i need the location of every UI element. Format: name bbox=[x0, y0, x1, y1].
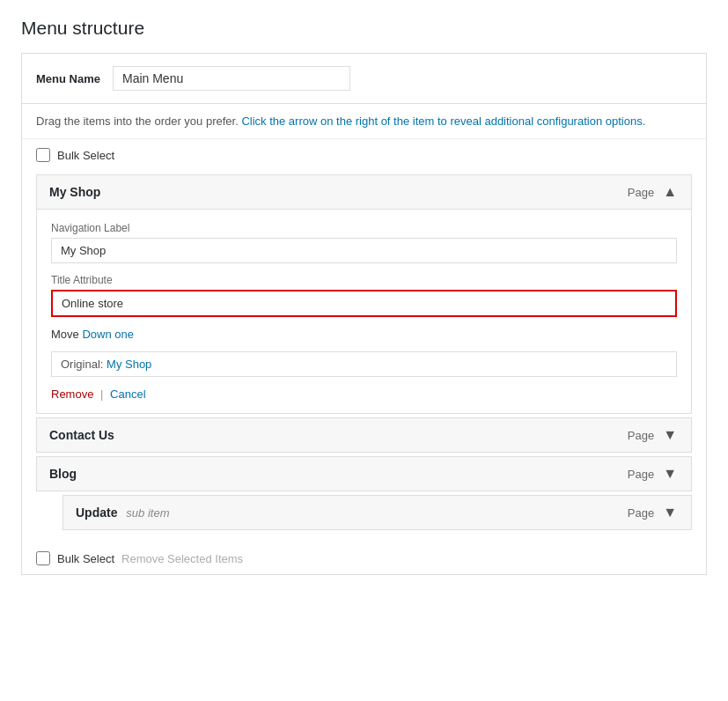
original-link[interactable]: My Shop bbox=[107, 358, 151, 371]
menu-item-contact-us-header[interactable]: Contact Us Page ▼ bbox=[37, 418, 691, 452]
arrow-down-icon-blog: ▼ bbox=[663, 466, 677, 481]
instructions: Drag the items into the order you prefer… bbox=[22, 104, 706, 139]
title-attr-group: Title Attribute bbox=[51, 274, 677, 317]
my-shop-right: Page ▲ bbox=[628, 184, 679, 200]
nav-label-label: Navigation Label bbox=[51, 222, 677, 234]
my-shop-body: Navigation Label Title Attribute Move Do… bbox=[37, 209, 691, 413]
contact-us-toggle-arrow[interactable]: ▼ bbox=[661, 427, 679, 443]
cancel-link[interactable]: Cancel bbox=[110, 387, 145, 401]
menu-items-area: My Shop Page ▲ Navigation Label bbox=[22, 174, 706, 530]
arrow-up-icon: ▲ bbox=[663, 184, 677, 199]
arrow-down-icon: ▼ bbox=[663, 427, 677, 442]
my-shop-toggle-arrow[interactable]: ▲ bbox=[661, 184, 679, 200]
menu-item-blog-header[interactable]: Blog Page ▼ bbox=[37, 457, 691, 491]
remove-selected-items-button[interactable]: Remove Selected Items bbox=[121, 552, 243, 565]
sub-label: sub item bbox=[126, 506, 169, 520]
menu-name-row: Menu Name bbox=[22, 54, 706, 104]
my-shop-title: My Shop bbox=[49, 185, 100, 199]
contact-us-type: Page bbox=[628, 429, 654, 442]
menu-structure-box: Menu Name Drag the items into the order … bbox=[21, 53, 707, 575]
title-attr-input[interactable] bbox=[51, 290, 677, 317]
menu-item-sub-update: Update sub item Page ▼ bbox=[63, 495, 692, 530]
top-bulk-select-row: Bulk Select bbox=[22, 139, 706, 174]
contact-us-right: Page ▼ bbox=[628, 427, 679, 443]
sub-update-title-text: Update bbox=[76, 505, 117, 520]
my-shop-type: Page bbox=[628, 186, 654, 199]
nav-label-input[interactable] bbox=[51, 238, 677, 263]
menu-item-blog: Blog Page ▼ bbox=[36, 456, 692, 491]
page-title: Menu structure bbox=[21, 18, 707, 39]
blog-title: Blog bbox=[49, 467, 77, 481]
action-links: Remove | Cancel bbox=[51, 387, 677, 401]
bottom-bulk-select-label: Bulk Select bbox=[57, 552, 114, 565]
menu-name-label: Menu Name bbox=[36, 72, 100, 85]
separator: | bbox=[100, 387, 103, 401]
bottom-bulk-select-checkbox[interactable] bbox=[36, 551, 50, 565]
menu-item-my-shop-header[interactable]: My Shop Page ▲ bbox=[37, 175, 691, 209]
sub-update-title: Update sub item bbox=[76, 505, 169, 520]
arrow-down-icon-sub: ▼ bbox=[663, 505, 677, 520]
blog-type: Page bbox=[628, 468, 654, 481]
blog-toggle-arrow[interactable]: ▼ bbox=[661, 466, 679, 482]
contact-us-title: Contact Us bbox=[49, 428, 114, 442]
top-bulk-select-label: Bulk Select bbox=[57, 149, 114, 162]
nav-label-group: Navigation Label bbox=[51, 222, 677, 263]
move-label: Move bbox=[51, 328, 79, 341]
instructions-highlight: Click the arrow on the right of the item… bbox=[241, 114, 645, 128]
menu-name-input[interactable] bbox=[113, 66, 350, 91]
original-label: Original: bbox=[61, 358, 103, 371]
top-bulk-select-checkbox[interactable] bbox=[36, 148, 50, 162]
bottom-bulk-row: Bulk Select Remove Selected Items bbox=[22, 537, 706, 574]
title-attr-label: Title Attribute bbox=[51, 274, 677, 286]
sub-update-type: Page bbox=[628, 506, 654, 520]
remove-link[interactable]: Remove bbox=[51, 387, 93, 401]
menu-item-contact-us: Contact Us Page ▼ bbox=[36, 417, 692, 453]
blog-right: Page ▼ bbox=[628, 466, 679, 482]
original-row: Original: My Shop bbox=[51, 351, 677, 377]
move-down-one-link[interactable]: Down one bbox=[82, 328, 134, 341]
sub-update-toggle-arrow[interactable]: ▼ bbox=[661, 505, 679, 520]
menu-item-my-shop: My Shop Page ▲ Navigation Label bbox=[36, 174, 692, 414]
menu-structure-container: Menu structure Menu Name Drag the items … bbox=[0, 0, 728, 701]
move-row: Move Down one bbox=[51, 328, 677, 341]
sub-update-right: Page ▼ bbox=[628, 505, 679, 520]
menu-item-sub-update-header[interactable]: Update sub item Page ▼ bbox=[63, 496, 691, 529]
